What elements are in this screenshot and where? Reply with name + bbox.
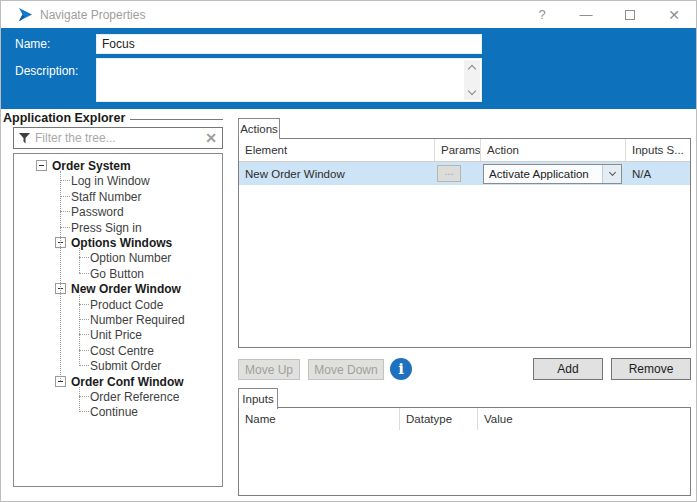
action-row-inputs-set: N/A bbox=[626, 162, 690, 185]
tree-item[interactable]: Cost Centre bbox=[14, 343, 222, 358]
move-down-button[interactable]: Move Down bbox=[308, 359, 384, 380]
dropdown-chevron-icon[interactable] bbox=[602, 165, 621, 183]
tree-connector bbox=[60, 196, 70, 197]
collapse-icon[interactable] bbox=[36, 160, 47, 171]
tree-connector bbox=[79, 365, 89, 366]
action-dropdown[interactable]: Activate Application bbox=[483, 164, 622, 184]
tree-item-label: Order System bbox=[52, 159, 131, 173]
remove-button[interactable]: Remove bbox=[611, 358, 691, 380]
inputs-grid: Name Datatype Value bbox=[238, 407, 691, 496]
tree-item[interactable]: Order System bbox=[14, 158, 222, 173]
minimize-button[interactable]: — bbox=[564, 1, 608, 28]
column-header-inputs-set: Inputs S... bbox=[626, 139, 690, 161]
tree-item[interactable]: Options Windows bbox=[14, 235, 222, 250]
tab-inputs[interactable]: Inputs bbox=[238, 388, 278, 409]
navigate-properties-dialog: Navigate Properties ? — ✕ Name: Descript… bbox=[0, 0, 697, 502]
tree-item-label: Unit Price bbox=[90, 328, 142, 342]
tab-actions[interactable]: Actions bbox=[238, 118, 280, 139]
action-row-element: New Order Window bbox=[239, 162, 435, 185]
tree-connector bbox=[79, 248, 80, 273]
tree-item-label: Press Sign in bbox=[71, 221, 142, 235]
scroll-up-icon[interactable] bbox=[464, 60, 480, 75]
description-scrollbar[interactable] bbox=[464, 60, 480, 100]
tree-item[interactable]: Go Button bbox=[14, 266, 222, 281]
description-label: Description: bbox=[15, 64, 78, 78]
move-up-button[interactable]: Move Up bbox=[238, 359, 300, 380]
tree-connector bbox=[79, 387, 80, 412]
tree-item-label: Order Conf Window bbox=[71, 375, 184, 389]
tree-filter-input[interactable] bbox=[35, 131, 205, 145]
application-explorer-header: Application Explorer bbox=[3, 111, 223, 125]
tree-connector bbox=[79, 257, 89, 258]
tree-item[interactable]: New Order Window bbox=[14, 281, 222, 296]
tree-item-label: Product Code bbox=[90, 298, 163, 312]
description-textarea[interactable] bbox=[97, 59, 463, 101]
tree-item[interactable]: Option Number bbox=[14, 250, 222, 265]
action-row[interactable]: New Order Window ... Activate Applicatio… bbox=[239, 162, 690, 185]
tree-item[interactable]: Product Code bbox=[14, 297, 222, 312]
column-header-action: Action bbox=[481, 139, 626, 161]
tree-connector bbox=[60, 171, 61, 381]
column-header-element: Element bbox=[239, 139, 435, 161]
properties-header: Name: Description: bbox=[1, 28, 697, 109]
tree-item[interactable]: Unit Price bbox=[14, 327, 222, 342]
column-header-datatype: Datatype bbox=[400, 408, 478, 430]
tree-item[interactable]: Log in Window bbox=[14, 173, 222, 188]
actions-grid: Element Params Action Inputs S... New Or… bbox=[238, 138, 691, 348]
tree-connector bbox=[79, 350, 89, 351]
titlebar: Navigate Properties ? — ✕ bbox=[1, 1, 696, 28]
tree-connector bbox=[60, 211, 70, 212]
actions-grid-header: Element Params Action Inputs S... bbox=[239, 139, 690, 162]
tree-item-label: Order Reference bbox=[90, 390, 179, 404]
tree-filter[interactable]: ✕ bbox=[13, 127, 223, 149]
column-header-params: Params bbox=[435, 139, 481, 161]
tree-item[interactable]: Press Sign in bbox=[14, 220, 222, 235]
tree-item[interactable]: Order Conf Window bbox=[14, 374, 222, 389]
tree-item-label: New Order Window bbox=[71, 282, 181, 296]
action-row-params: ... bbox=[435, 162, 481, 185]
action-row-action: Activate Application bbox=[481, 162, 626, 185]
tree-item[interactable]: Number Required bbox=[14, 312, 222, 327]
filter-funnel-icon bbox=[19, 133, 30, 144]
tree-item-label: Option Number bbox=[90, 251, 171, 265]
application-tree[interactable]: Order SystemLog in WindowStaff NumberPas… bbox=[13, 153, 223, 487]
close-button[interactable]: ✕ bbox=[652, 1, 696, 28]
clear-filter-icon[interactable]: ✕ bbox=[205, 131, 217, 145]
tree-item[interactable]: Continue bbox=[14, 404, 222, 419]
tree-item-label: Options Windows bbox=[71, 236, 172, 250]
name-field[interactable] bbox=[96, 34, 482, 54]
tree-connector bbox=[60, 227, 70, 228]
maximize-icon bbox=[625, 10, 635, 20]
inputs-grid-header: Name Datatype Value bbox=[239, 408, 690, 430]
tree-connector bbox=[79, 273, 89, 274]
application-explorer-title: Application Explorer bbox=[3, 111, 125, 125]
tree-item-label: Staff Number bbox=[71, 190, 141, 204]
tree-item[interactable]: Submit Order bbox=[14, 358, 222, 373]
column-header-value: Value bbox=[478, 408, 690, 430]
help-button[interactable]: ? bbox=[520, 1, 564, 28]
tree-connector bbox=[79, 334, 89, 335]
tree-item-label: Log in Window bbox=[71, 174, 150, 188]
tree-item-label: Cost Centre bbox=[90, 344, 154, 358]
tree-item[interactable]: Order Reference bbox=[14, 389, 222, 404]
tree-connector bbox=[79, 295, 80, 366]
tree-item-label: Continue bbox=[90, 405, 138, 419]
header-rule bbox=[130, 119, 223, 120]
column-header-name: Name bbox=[239, 408, 400, 430]
add-button[interactable]: Add bbox=[533, 358, 603, 380]
tree-connector bbox=[60, 180, 70, 181]
info-icon[interactable]: i bbox=[390, 358, 412, 380]
tree-item-label: Password bbox=[71, 205, 124, 219]
tree-item-label: Submit Order bbox=[90, 359, 161, 373]
scroll-down-icon[interactable] bbox=[464, 85, 480, 100]
params-button[interactable]: ... bbox=[437, 165, 461, 182]
tree-connector bbox=[79, 396, 89, 397]
description-field[interactable] bbox=[96, 58, 482, 102]
tree-connector bbox=[79, 319, 89, 320]
action-dropdown-value: Activate Application bbox=[484, 168, 602, 180]
tree-item[interactable]: Password bbox=[14, 204, 222, 219]
tree-item-label: Go Button bbox=[90, 267, 144, 281]
maximize-button[interactable] bbox=[608, 1, 652, 28]
tree-item[interactable]: Staff Number bbox=[14, 189, 222, 204]
app-logo-icon bbox=[18, 7, 33, 22]
